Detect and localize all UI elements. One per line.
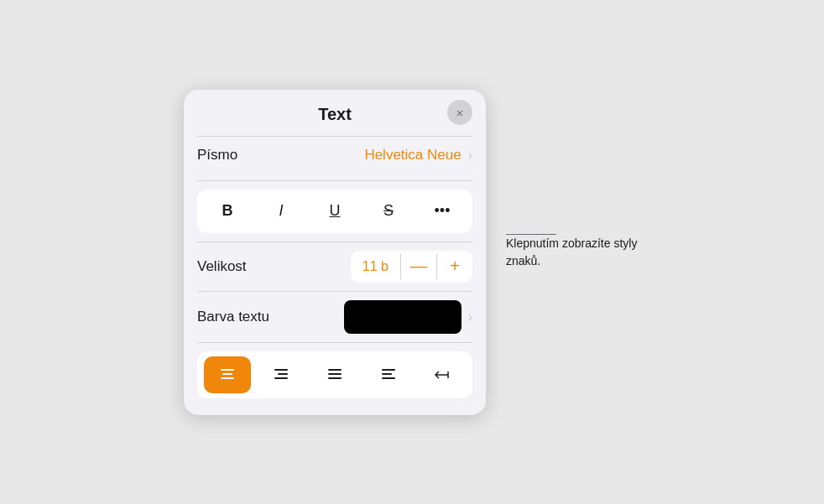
rtl-icon [433, 366, 451, 384]
font-row: Písmo Helvetica Neue › [197, 137, 472, 174]
color-swatch[interactable] [344, 300, 462, 334]
size-row: Velikost 11 b — + [184, 242, 486, 291]
align-rtl-button[interactable] [419, 356, 466, 393]
size-value: 11 b [351, 252, 400, 281]
font-label: Písmo [197, 147, 237, 164]
color-swatch-wrapper[interactable]: › [344, 300, 472, 334]
svg-rect-5 [274, 377, 288, 379]
color-chevron-icon: › [468, 309, 472, 325]
strikethrough-button[interactable]: S [365, 195, 412, 228]
increase-size-button[interactable]: + [437, 251, 472, 283]
text-panel: Text × Písmo Helvetica Neue › B I [184, 90, 486, 415]
plus-icon: + [450, 257, 460, 276]
format-buttons-group: B I U S ••• [197, 190, 472, 233]
svg-rect-2 [221, 377, 234, 379]
decrease-size-button[interactable]: — [401, 251, 436, 283]
align-right-button[interactable] [258, 356, 305, 393]
align-justify-button[interactable] [311, 356, 358, 393]
more-icon: ••• [435, 202, 451, 220]
size-controls: 11 b — + [351, 251, 472, 283]
divider-color [197, 342, 472, 343]
color-row: Barva textu › [184, 292, 486, 342]
align-right-icon [272, 366, 290, 384]
italic-button[interactable]: I [258, 195, 305, 228]
svg-rect-8 [328, 377, 342, 379]
underline-button[interactable]: U [311, 195, 358, 228]
annotation-text: Klepnutím zobrazíte styly znaků. [506, 235, 640, 270]
panel-title: Text [318, 105, 352, 124]
svg-rect-11 [382, 377, 395, 379]
more-styles-button[interactable]: ••• [419, 195, 466, 228]
svg-rect-4 [278, 373, 288, 375]
align-justify-icon [326, 366, 344, 384]
svg-rect-7 [328, 373, 342, 375]
align-center-button[interactable] [204, 356, 251, 393]
font-chevron-icon: › [468, 148, 472, 163]
svg-rect-1 [222, 373, 232, 375]
font-value-group[interactable]: Helvetica Neue › [364, 147, 472, 164]
svg-rect-9 [382, 369, 395, 371]
align-left-icon [379, 366, 398, 384]
align-left-button[interactable] [365, 356, 412, 393]
font-name: Helvetica Neue [364, 147, 461, 164]
panel-header: Text × [184, 90, 486, 136]
size-label: Velikost [197, 258, 247, 275]
color-label: Barva textu [197, 309, 269, 325]
annotation-callout: Klepnutím zobrazíte styly znaků. [506, 234, 640, 270]
svg-rect-10 [382, 373, 392, 375]
font-section: Písmo Helvetica Neue › [184, 137, 486, 174]
alignment-buttons-group [197, 351, 472, 398]
close-button[interactable]: × [447, 100, 472, 125]
minus-icon: — [410, 257, 427, 276]
svg-rect-0 [221, 369, 234, 371]
bold-button[interactable]: B [204, 195, 251, 228]
divider-font [197, 180, 472, 181]
svg-rect-6 [328, 369, 342, 371]
align-center-icon [218, 366, 237, 384]
svg-rect-3 [274, 369, 288, 371]
